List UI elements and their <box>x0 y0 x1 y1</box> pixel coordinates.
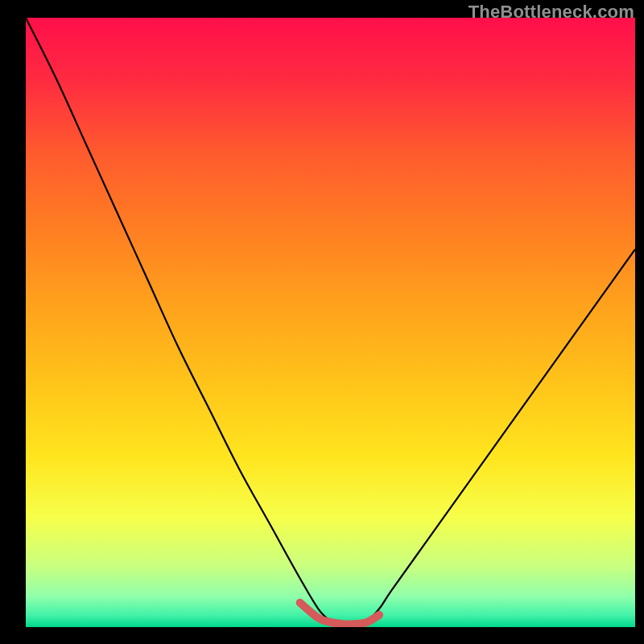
sweet-spot-highlight <box>300 603 379 625</box>
mismatch-curve-path <box>26 18 635 627</box>
plot-area <box>26 18 635 627</box>
bottleneck-curve <box>26 18 635 627</box>
watermark-text: TheBottleneck.com <box>469 2 634 23</box>
chart-frame: TheBottleneck.com <box>0 0 644 644</box>
